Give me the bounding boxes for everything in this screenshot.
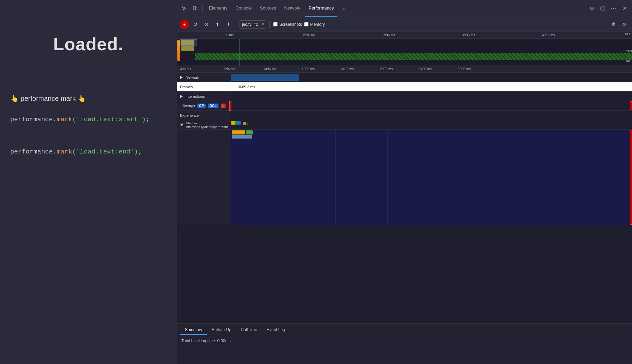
- event-log-tab-label: Event Log: [267, 327, 285, 332]
- network-expand-icon[interactable]: [180, 76, 183, 79]
- more-options-icon[interactable]: ···: [609, 4, 618, 13]
- tab-console[interactable]: Console: [232, 0, 255, 17]
- screenshots-group: Screenshots: [273, 22, 302, 27]
- perf-mark-label-line: 👆 performance mark 👆: [0, 88, 177, 109]
- code-fn-2: mark: [57, 148, 72, 156]
- tab-elements[interactable]: Elements: [206, 0, 231, 17]
- network-label-text: Network: [186, 75, 199, 79]
- main-ticks: [231, 120, 632, 125]
- summary-tab[interactable]: Summary: [180, 325, 207, 335]
- flame-content-column[interactable]: [231, 130, 632, 225]
- main-thread-header-content[interactable]: [231, 120, 632, 129]
- delete-button[interactable]: 🗑: [609, 20, 618, 29]
- total-blocking-time: Total blocking time: 0.00ms: [181, 339, 231, 343]
- main-thread-header-row: Main — https://jec.fyi/demo/perf-mark: [177, 120, 632, 130]
- interactions-track-content[interactable]: [231, 92, 632, 101]
- flame-block-3: [232, 135, 252, 139]
- call-tree-tab[interactable]: Call Tree: [236, 325, 262, 335]
- session-dropdown[interactable]: jec.fyi #2: [240, 20, 266, 29]
- event-log-tab[interactable]: Event Log: [262, 325, 290, 335]
- perf-settings-button[interactable]: ⚙: [620, 20, 629, 29]
- interactions-expand-icon[interactable]: [180, 95, 183, 98]
- download-button[interactable]: ⬇: [224, 20, 232, 29]
- interactions-label-text: Interactions: [186, 94, 205, 98]
- sep-1: [203, 5, 203, 12]
- code-end-2: ;: [138, 148, 142, 156]
- overview-area[interactable]: CPU NET: [177, 39, 632, 66]
- v-tick-4: [440, 130, 440, 225]
- upload-button[interactable]: ⬆: [213, 20, 222, 29]
- timeline-area: 996 ms 1996 ms 2996 ms 3996 ms 4996 ms F…: [177, 32, 632, 364]
- perf-toolbar: ● ↺ ⊘ ⬆ ⬇ jec.fyi #2 ▼ Screenshots Memor…: [177, 17, 632, 32]
- flame-chart-area: [177, 130, 632, 225]
- frames-track-label: Frames: [177, 82, 231, 91]
- perf-sep-2: [269, 21, 270, 28]
- fps-label: FPS: [625, 33, 631, 36]
- right-marker: [630, 130, 632, 225]
- svg-rect-1: [196, 7, 197, 10]
- v-tick-3: [387, 130, 388, 225]
- memory-label: Memory: [310, 22, 325, 27]
- loaded-heading: Loaded.: [53, 34, 123, 54]
- time-mark-bot-4: 2496 ms: [341, 67, 354, 71]
- bottom-up-tab[interactable]: Bottom-Up: [207, 325, 236, 335]
- code-arg-1: ('load.text:start'): [72, 116, 146, 123]
- red-marker-left: [229, 101, 231, 111]
- flame-block-2: [246, 130, 253, 134]
- time-mark-bot-1: 996 ms: [224, 67, 235, 71]
- track-rows[interactable]: Network Frames 3685.3 ms: [177, 73, 632, 323]
- time-mark-top-2: 1996 ms: [302, 33, 315, 37]
- cursor-icon[interactable]: [179, 4, 189, 13]
- tab-network[interactable]: Network: [281, 0, 304, 17]
- time-mark-bot-3: 1996 ms: [302, 67, 315, 71]
- summary-tab-label: Summary: [185, 327, 202, 332]
- frames-track-row: Frames 3685.3 ms: [177, 82, 632, 92]
- net-label: NET: [626, 59, 632, 62]
- cp-badge: CP: [197, 104, 206, 108]
- stop-button[interactable]: ⊘: [202, 20, 211, 29]
- tab-sources[interactable]: Sources: [257, 0, 280, 17]
- network-bar-1: [231, 74, 299, 81]
- bottom-up-tab-label: Bottom-Up: [212, 327, 231, 332]
- perf-mark-label: 👆 performance mark 👆: [10, 94, 86, 103]
- code-fn-1: mark: [57, 116, 72, 123]
- time-mark-bot-2: 1496 ms: [263, 67, 276, 71]
- device-icon[interactable]: [190, 4, 200, 13]
- interactions-track-label: Interactions: [177, 92, 231, 101]
- settings-icon[interactable]: ⚙: [587, 4, 597, 13]
- tab-performance[interactable]: Performance: [305, 0, 337, 17]
- time-ruler-bottom: 496 ms 996 ms 1496 ms 1996 ms 2496 ms 29…: [177, 66, 632, 73]
- network-track-content[interactable]: [231, 73, 632, 82]
- timings-track-content[interactable]: [231, 101, 632, 110]
- reload-button[interactable]: ↺: [191, 20, 200, 29]
- code-end-1: ;: [146, 116, 150, 123]
- frames-track-content[interactable]: 3685.3 ms: [231, 82, 632, 91]
- experience-track-label: Experience: [177, 111, 231, 120]
- dcl-badge: DCL: [208, 104, 218, 108]
- time-mark-bot-7: 3996 ms: [458, 67, 471, 71]
- code-pre-2: performance.: [10, 148, 57, 156]
- bottom-tabs: Summary Bottom-Up Call Tree Event Log: [177, 324, 632, 335]
- memory-checkbox[interactable]: [304, 22, 309, 26]
- main-thread-label: Main — https://jec.fyi/demo/perf-mark: [177, 120, 231, 129]
- network-track-row: Network: [177, 73, 632, 82]
- experience-track-content[interactable]: [231, 111, 632, 120]
- devtools-panel: Elements Console Sources Network Perform…: [177, 0, 632, 364]
- screenshots-checkbox[interactable]: [273, 22, 278, 26]
- v-tick-5: [492, 130, 492, 225]
- main-expand-icon[interactable]: [180, 124, 183, 126]
- close-icon[interactable]: ✕: [620, 4, 629, 13]
- code-pre-1: performance.: [10, 116, 57, 123]
- svg-rect-0: [193, 6, 196, 10]
- code-block-1: performance.mark('load.text:start');: [0, 109, 177, 131]
- cpu-label: CPU: [626, 50, 632, 53]
- dock-icon[interactable]: [598, 4, 608, 13]
- record-button[interactable]: ●: [180, 20, 189, 29]
- time-mark-top-3: 2996 ms: [382, 33, 395, 37]
- call-tree-tab-label: Call Tree: [241, 327, 257, 332]
- mini-selection[interactable]: [180, 39, 197, 46]
- flame-label-column: [177, 130, 231, 225]
- more-tabs-icon[interactable]: »: [339, 4, 348, 13]
- time-mark-top-5: 4996 ms: [542, 33, 555, 37]
- timings-track-label: Timings CP DCL L: [177, 101, 231, 110]
